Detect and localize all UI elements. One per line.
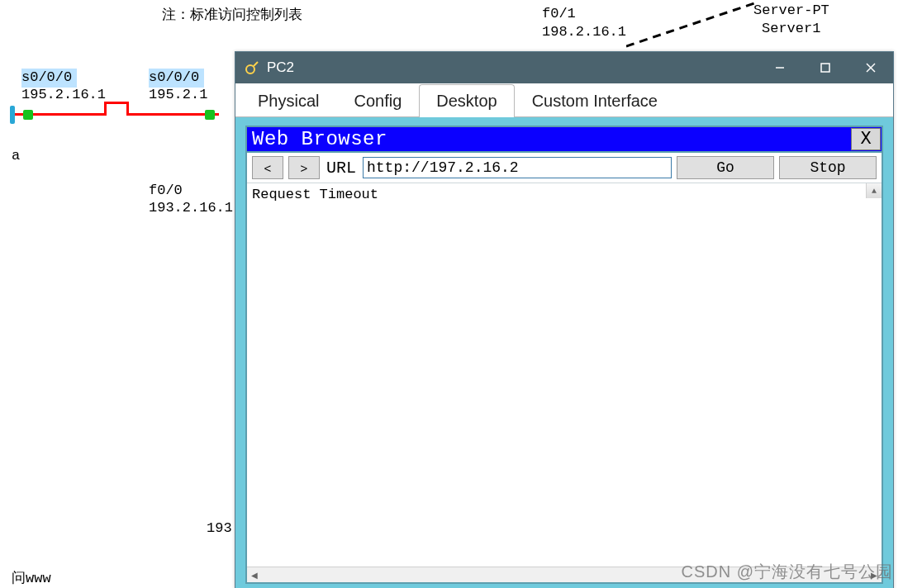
pc2-window: PC2 Physical Config Desktop Custom Inter… [235, 51, 894, 588]
desktop-pane: Web Browser X < > URL Go Stop Request Ti… [235, 117, 893, 588]
tab-desktop[interactable]: Desktop [419, 84, 514, 117]
stop-button[interactable]: Stop [779, 156, 877, 179]
bottom-left: 问www [12, 570, 51, 588]
dashed-link [626, 0, 758, 53]
close-button[interactable] [848, 52, 893, 83]
minimize-button[interactable] [757, 52, 802, 83]
browser-toolbar: < > URL Go Stop [247, 153, 882, 183]
ip-f01: 198.2.16.1 [542, 23, 626, 42]
ip-partial: 193 [207, 519, 232, 538]
link-up-dot [205, 110, 215, 120]
server-type: Server-PT [753, 2, 829, 21]
tab-config[interactable]: Config [336, 84, 419, 117]
window-title: PC2 [267, 59, 757, 76]
url-input[interactable] [363, 157, 672, 178]
url-label: URL [325, 159, 358, 178]
ip-f00: 193.2.16.1 [149, 199, 233, 218]
svg-rect-4 [821, 64, 829, 72]
if-f00: f0/0 [149, 182, 183, 201]
svg-point-1 [246, 65, 254, 74]
app-icon [244, 59, 260, 76]
web-browser-app: Web Browser X < > URL Go Stop Request Ti… [245, 126, 883, 584]
titlebar[interactable]: PC2 [235, 52, 893, 83]
tab-custom-interface[interactable]: Custom Interface [515, 84, 675, 117]
device-sliver [10, 106, 15, 124]
wire-seg [104, 102, 129, 104]
link-up-dot [23, 110, 33, 120]
go-button[interactable]: Go [677, 156, 774, 179]
ip-s000-right: 195.2.1 [149, 86, 207, 105]
watermark: CSDN @宁海没有七号公园 [681, 561, 893, 583]
svg-line-0 [626, 3, 754, 46]
app-close-button[interactable]: X [851, 128, 881, 150]
back-button[interactable]: < [252, 156, 283, 179]
scroll-up-icon[interactable]: ▲ [866, 183, 882, 198]
maximize-button[interactable] [802, 52, 848, 83]
app-titlebar: Web Browser X [247, 127, 882, 153]
letter-a: a [12, 147, 20, 166]
browser-content: Request Timeout ▲ [247, 183, 882, 567]
ip-s000-left: 195.2.16.1 [21, 86, 106, 105]
app-title: Web Browser [247, 127, 850, 151]
if-s000-right: s0/0/0 [149, 69, 204, 88]
if-f01: f0/1 [542, 5, 576, 24]
server-name: Server1 [762, 20, 820, 39]
tab-physical[interactable]: Physical [240, 84, 336, 117]
note-label: 注：标准访问控制列表 [162, 7, 302, 26]
scroll-left-icon[interactable]: ◀ [247, 571, 262, 580]
content-text: Request Timeout [252, 187, 378, 202]
svg-line-2 [254, 62, 258, 66]
forward-button[interactable]: > [288, 156, 320, 179]
tabstrip: Physical Config Desktop Custom Interface [235, 83, 893, 117]
if-s000-left: s0/0/0 [21, 69, 77, 88]
